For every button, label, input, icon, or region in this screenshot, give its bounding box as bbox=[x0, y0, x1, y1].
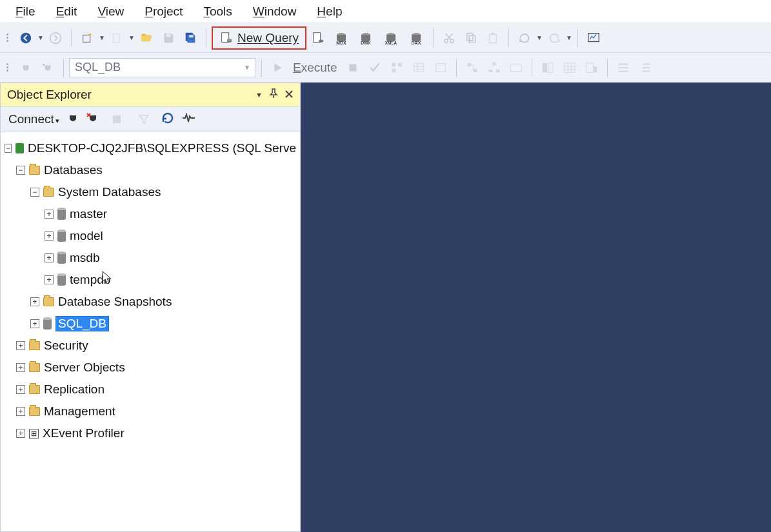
filter-icon[interactable] bbox=[134, 110, 154, 129]
object-explorer-title: Object Explorer bbox=[7, 88, 92, 102]
copy-button[interactable] bbox=[461, 28, 481, 48]
activity-icon[interactable] bbox=[182, 112, 196, 126]
new-project-dropdown[interactable]: ▼ bbox=[99, 34, 105, 41]
change-connection-button[interactable] bbox=[37, 58, 58, 77]
cut-button[interactable] bbox=[439, 28, 459, 48]
toolbar-btn-c[interactable] bbox=[506, 58, 526, 77]
object-explorer-tree[interactable]: − DESKTOP-CJQ2JFB\SQLEXPRESS (SQL Serve … bbox=[1, 132, 300, 531]
save-all-button[interactable] bbox=[180, 28, 201, 48]
expand-icon[interactable]: + bbox=[45, 275, 54, 284]
tree-db-msdb[interactable]: + msdb bbox=[5, 247, 296, 269]
connect-dropdown[interactable]: Connect▾ bbox=[8, 112, 59, 126]
undo-dropdown[interactable]: ▼ bbox=[536, 34, 543, 41]
svg-rect-32 bbox=[467, 63, 471, 66]
close-icon[interactable] bbox=[285, 88, 294, 102]
menu-file[interactable]: File bbox=[6, 2, 47, 21]
comment-button[interactable] bbox=[613, 58, 634, 77]
tree-db-model[interactable]: + model bbox=[5, 225, 296, 247]
connect-plug-icon[interactable] bbox=[67, 112, 79, 128]
tree-security-node[interactable]: + Security bbox=[5, 335, 296, 357]
toolbar-btn-b[interactable] bbox=[484, 58, 505, 77]
paste-button[interactable] bbox=[483, 28, 503, 48]
connect-button[interactable] bbox=[15, 58, 36, 77]
collapse-icon[interactable]: − bbox=[30, 188, 39, 197]
query-toolbar: SQL_DB ▼ Execute bbox=[0, 53, 771, 83]
collapse-icon[interactable]: − bbox=[16, 166, 25, 175]
svg-rect-36 bbox=[496, 69, 499, 72]
tree-management-node[interactable]: + Management bbox=[5, 400, 296, 422]
tree-db-tempdb[interactable]: + tempdb bbox=[5, 269, 296, 291]
expand-icon[interactable]: + bbox=[16, 363, 25, 372]
results-text-button[interactable] bbox=[537, 58, 558, 77]
tree-label: Security bbox=[44, 339, 88, 353]
svg-rect-5 bbox=[189, 35, 193, 37]
new-query-button[interactable]: New Query bbox=[212, 26, 306, 50]
tree-db-master[interactable]: + master bbox=[5, 203, 296, 225]
redo-dropdown[interactable]: ▼ bbox=[566, 34, 572, 41]
undo-button[interactable] bbox=[514, 28, 535, 48]
uncomment-button[interactable] bbox=[635, 58, 656, 77]
menu-edit[interactable]: Edit bbox=[47, 2, 89, 21]
tree-system-databases-node[interactable]: − System Databases bbox=[5, 181, 296, 203]
expand-icon[interactable]: + bbox=[45, 253, 54, 262]
parse-button[interactable] bbox=[365, 58, 385, 77]
menu-view[interactable]: View bbox=[88, 2, 135, 21]
nav-back-button[interactable] bbox=[15, 28, 36, 48]
tree-userdb-node[interactable]: + SQL_DB bbox=[5, 313, 296, 335]
results-grid-button[interactable] bbox=[559, 58, 580, 77]
mdx-query-button[interactable]: MDX bbox=[330, 28, 353, 48]
nav-back-dropdown[interactable]: ▼ bbox=[37, 34, 44, 41]
activity-monitor-button[interactable] bbox=[583, 28, 604, 48]
stop-button[interactable] bbox=[343, 58, 363, 77]
open-button[interactable] bbox=[136, 28, 157, 48]
tree-snapshots-node[interactable]: + Database Snapshots bbox=[5, 291, 296, 313]
expand-icon[interactable]: + bbox=[30, 319, 39, 328]
expand-icon[interactable]: + bbox=[30, 297, 39, 306]
expand-icon[interactable]: + bbox=[16, 429, 25, 438]
execute-button[interactable] bbox=[267, 58, 288, 77]
menu-window[interactable]: Window bbox=[244, 2, 308, 21]
expand-icon[interactable]: + bbox=[16, 407, 25, 416]
nav-forward-button[interactable] bbox=[45, 28, 66, 48]
display-plan-button[interactable] bbox=[386, 58, 407, 77]
refresh-icon[interactable] bbox=[161, 112, 174, 128]
tree-replication-node[interactable]: + Replication bbox=[5, 379, 296, 400]
new-item-button[interactable] bbox=[106, 28, 127, 48]
pin-icon[interactable] bbox=[269, 88, 278, 102]
disconnect-plug-icon[interactable] bbox=[86, 112, 99, 128]
folder-icon bbox=[43, 297, 54, 306]
toolbar-btn-a[interactable] bbox=[462, 58, 483, 77]
menu-project[interactable]: Project bbox=[135, 2, 194, 21]
expand-icon[interactable]: + bbox=[16, 341, 25, 350]
redo-button[interactable] bbox=[544, 28, 565, 48]
results-file-button[interactable] bbox=[581, 58, 602, 77]
menu-tools[interactable]: Tools bbox=[194, 2, 243, 21]
save-button[interactable] bbox=[158, 28, 179, 48]
svg-rect-43 bbox=[113, 115, 121, 123]
new-project-button[interactable] bbox=[77, 28, 97, 48]
new-item-dropdown[interactable]: ▼ bbox=[128, 34, 135, 41]
include-stats-button[interactable] bbox=[430, 58, 451, 77]
db-query-button[interactable] bbox=[308, 28, 328, 48]
xmla-query-button[interactable]: XMLA bbox=[379, 28, 403, 48]
expand-icon[interactable]: + bbox=[45, 232, 54, 241]
expand-icon[interactable]: + bbox=[45, 210, 54, 219]
folder-icon bbox=[29, 407, 40, 416]
tree-databases-node[interactable]: − Databases bbox=[5, 159, 296, 181]
dax-query-button[interactable]: DAX bbox=[405, 28, 428, 48]
collapse-icon[interactable]: − bbox=[5, 144, 12, 153]
stop-action-icon[interactable] bbox=[107, 110, 126, 129]
database-selector[interactable]: SQL_DB ▼ bbox=[69, 58, 256, 77]
tree-server-objects-node[interactable]: + Server Objects bbox=[5, 357, 296, 379]
expand-icon[interactable]: + bbox=[16, 385, 25, 394]
dmx-query-button[interactable]: DMX bbox=[354, 28, 377, 48]
main-toolbar: ▼ ▼ ▼ New Query MDX bbox=[0, 23, 771, 53]
window-position-dropdown[interactable]: ▼ bbox=[255, 91, 263, 99]
svg-point-10 bbox=[319, 39, 323, 42]
query-options-button[interactable] bbox=[408, 58, 429, 77]
tree-xevent-node[interactable]: + ⊞ XEvent Profiler bbox=[5, 422, 296, 444]
menu-help[interactable]: Help bbox=[308, 2, 354, 21]
tree-server-node[interactable]: − DESKTOP-CJQ2JFB\SQLEXPRESS (SQL Serve bbox=[5, 137, 296, 159]
scissors-icon bbox=[442, 31, 456, 45]
svg-rect-30 bbox=[414, 63, 423, 72]
